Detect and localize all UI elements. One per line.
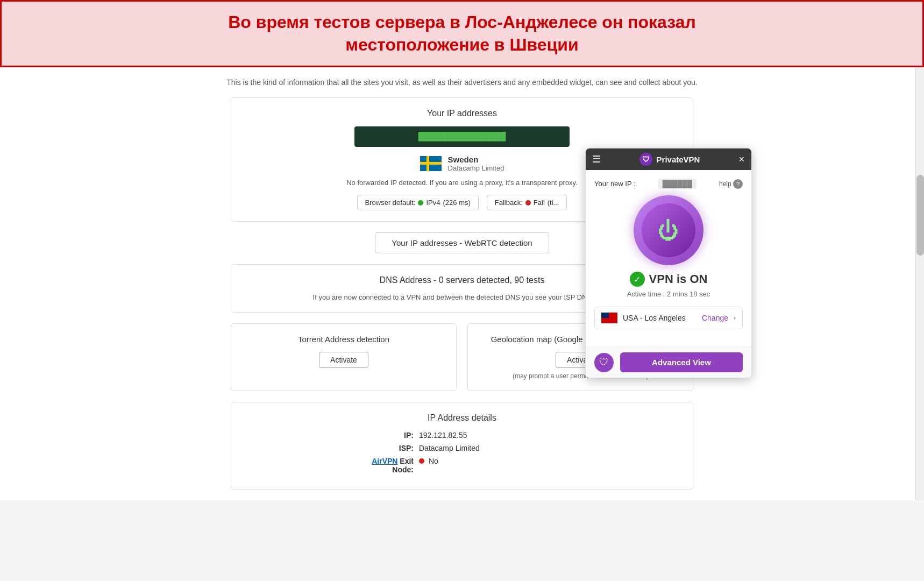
- page-subtitle: This is the kind of information that all…: [22, 78, 902, 87]
- ipv4-ms: (226 ms): [443, 199, 471, 207]
- main-content: This is the kind of information that all…: [0, 67, 924, 500]
- airvpn-link[interactable]: AirVPN: [372, 457, 397, 465]
- vpn-footer-shield-icon: 🛡: [594, 353, 614, 372]
- active-time-value: 2 mins 18 sec: [667, 290, 710, 298]
- sweden-text-block: Sweden Datacamp Limited: [448, 155, 504, 172]
- airvpn-detail-row: AirVPN Exit Node: No: [242, 457, 682, 474]
- active-time-label: Active time :: [627, 290, 665, 298]
- ip-label: IP:: [371, 431, 414, 440]
- help-label: help: [719, 180, 731, 188]
- isp-label: ISP:: [371, 444, 414, 452]
- vpn-new-ip-label: Your new IP :: [594, 180, 636, 188]
- shield-icon-small: 🛡: [599, 357, 609, 368]
- vpn-location-row[interactable]: USA - Los Angeles Change ›: [594, 307, 743, 329]
- usa-flag-icon: [601, 313, 617, 323]
- sweden-flag-icon: [420, 156, 442, 171]
- vpn-ip-masked: ██████: [658, 179, 696, 189]
- exit-node-value: No: [419, 457, 553, 474]
- vpn-overlay-window: ☰ 🛡 PrivateVPN ✕ Your new IP : ██████ he…: [585, 148, 752, 378]
- vpn-check-icon: ✓: [630, 272, 645, 287]
- exit-node-text: No: [429, 457, 438, 465]
- advanced-view-button[interactable]: Advanced View: [620, 352, 743, 372]
- airvpn-label: AirVPN Exit Node:: [371, 457, 414, 474]
- isp-detail-row: ISP: Datacamp Limited: [242, 444, 682, 452]
- vpn-footer: 🛡 Advanced View: [586, 346, 751, 378]
- help-circle-icon: ?: [733, 179, 743, 189]
- fallback-badge: Fallback: Fail (ti...: [487, 195, 567, 210]
- vpn-status-text: VPN is ON: [649, 272, 708, 286]
- browser-default-badge: Browser default: IPv4 (226 ms): [357, 195, 479, 210]
- fallback-suffix: (ti...: [548, 199, 559, 207]
- chevron-right-icon: ›: [734, 314, 736, 322]
- fallback-label: Fallback:: [495, 199, 523, 207]
- ip-display-box: ██████████████████: [354, 126, 570, 147]
- country-name: Sweden: [448, 155, 504, 164]
- vpn-change-link[interactable]: Change: [702, 314, 728, 322]
- vpn-active-time: Active time : 2 mins 18 sec: [594, 290, 743, 298]
- ip-detail-row: IP: 192.121.82.55: [242, 431, 682, 440]
- ip-card-title: Your IP addresses: [242, 109, 682, 118]
- power-inner-circle[interactable]: ⏻: [642, 203, 695, 257]
- isp-name: Datacamp Limited: [448, 164, 504, 172]
- vpn-location-name: USA - Los Angeles: [623, 314, 696, 322]
- ip-masked-value: ██████████████████: [418, 132, 506, 141]
- vpn-body: Your new IP : ██████ help ? ⏻ ✓ VPN is O…: [586, 170, 751, 346]
- menu-icon[interactable]: ☰: [592, 153, 601, 165]
- close-icon[interactable]: ✕: [738, 155, 745, 164]
- vpn-status-row: ✓ VPN is ON: [594, 272, 743, 287]
- torrent-card: Torrent Address detection Activate: [231, 323, 457, 391]
- banner-line1: Во время тестов сервера в Лос-Анджелесе …: [228, 12, 696, 32]
- vpn-brand: 🛡 PrivateVPN: [639, 153, 700, 166]
- scrollbar-thumb[interactable]: [916, 175, 924, 256]
- torrent-activate-button[interactable]: Activate: [319, 352, 368, 368]
- power-icon: ⏻: [658, 218, 679, 243]
- vpn-help-button[interactable]: help ?: [719, 179, 743, 189]
- ip-details-card: IP Address details IP: 192.121.82.55 ISP…: [231, 402, 693, 490]
- vpn-brand-icon: 🛡: [639, 153, 652, 166]
- exit-node-dot-icon: [419, 458, 424, 464]
- ip-detail-value: 192.121.82.55: [419, 431, 553, 440]
- webrtc-button[interactable]: Your IP addresses - WebRTC detection: [375, 232, 549, 253]
- ipv4-label: IPv4: [426, 199, 440, 207]
- power-button-container: ⏻: [594, 195, 743, 265]
- vpn-titlebar: ☰ 🛡 PrivateVPN ✕: [586, 148, 751, 170]
- scrollbar[interactable]: [915, 67, 924, 500]
- vpn-ip-row: Your new IP : ██████ help ?: [594, 179, 743, 189]
- warning-banner: Во время тестов сервера в Лос-Анджелесе …: [0, 0, 924, 67]
- torrent-card-title: Torrent Address detection: [242, 335, 445, 344]
- browser-default-label: Browser default:: [365, 199, 416, 207]
- banner-line2: местоположение в Швеции: [345, 35, 578, 54]
- isp-detail-value: Datacamp Limited: [419, 444, 553, 452]
- vpn-brand-name: PrivateVPN: [657, 155, 700, 164]
- ipv4-dot-icon: [418, 200, 423, 206]
- fallback-status: Fail: [534, 199, 545, 207]
- ip-details-title: IP Address details: [242, 413, 682, 423]
- power-outer-ring[interactable]: ⏻: [634, 195, 703, 265]
- fallback-dot-icon: [525, 200, 531, 206]
- shield-icon: 🛡: [642, 155, 650, 164]
